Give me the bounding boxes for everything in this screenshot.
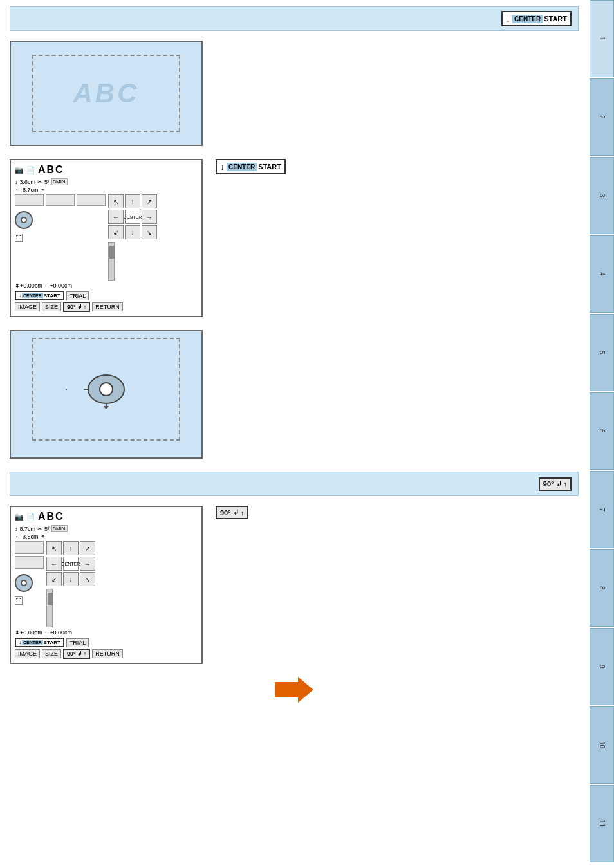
cp-header-1: 📷 📄 ABC: [15, 164, 198, 176]
dir-btn-upleft-1[interactable]: ↖: [108, 194, 124, 208]
rotate-arrow-2: ↲: [77, 651, 82, 657]
center-small-label-1: CENTER: [22, 293, 43, 298]
cp-grid-area-2: ⛶ ↖ ↑ ↗ ← CENTER → ↙ ↓ ↘: [15, 541, 198, 627]
cp-scrollbar-thumb-1: [109, 246, 115, 259]
cp-rect-2b: [15, 556, 44, 569]
cursor-small-1: ↓: [19, 293, 21, 299]
cp-icon-doc2: 📄: [26, 513, 35, 521]
image-btn-2[interactable]: IMAGE: [15, 649, 40, 658]
rotate-btn-1[interactable]: 90° ↲ ↑: [63, 302, 90, 312]
center-start-button[interactable]: ↓ CENTER START: [501, 11, 572, 26]
center-start-small-2[interactable]: ↓ CENTER START: [15, 638, 64, 647]
offset-icon: ⛶: [15, 234, 23, 242]
rotate-note-angle: 90°: [220, 509, 231, 517]
dir-btn-upleft-2[interactable]: ↖: [46, 541, 62, 555]
cursor-small-2: ↓: [19, 640, 21, 645]
dir-btn-upright-1[interactable]: ↗: [142, 194, 157, 208]
section-3: [10, 330, 579, 459]
screen-inner-1: ABC: [32, 55, 180, 132]
start-small-label-1: START: [44, 293, 60, 299]
dir-btn-center-2[interactable]: CENTER: [63, 557, 79, 571]
dir-btn-up-2[interactable]: ↑: [63, 541, 79, 555]
rotate-note-arrow: ↲: [233, 508, 239, 517]
rotate-up-2: ↑: [84, 651, 87, 657]
cp-btn-row-1: ↓ CENTER START TRIAL: [15, 291, 198, 300]
cp-scrollbar-2[interactable]: [46, 589, 53, 627]
rotate-btn-2[interactable]: 90° ↲ ↑: [63, 649, 90, 659]
meas-num-1: 5/: [44, 179, 50, 185]
spool-center-2: [21, 580, 27, 586]
meas-val-2b: 3.6cm: [23, 533, 39, 540]
start-label: START: [544, 15, 567, 23]
dir-btn-down-1[interactable]: ↓: [125, 225, 140, 239]
sidebar-tab-1[interactable]: 1: [590, 0, 614, 77]
meas-icon-h2: ↕: [15, 526, 18, 532]
dir-btn-left-2[interactable]: ←: [46, 557, 62, 571]
spool-area-1: [15, 211, 106, 229]
sidebar-tab-6[interactable]: 6: [590, 392, 614, 470]
return-btn-2[interactable]: RETURN: [92, 649, 123, 658]
meas-val-2a: 8.7cm: [20, 526, 36, 532]
section-2-note: ↓ CENTER START: [216, 159, 286, 181]
cp-rect-1b: [46, 194, 75, 206]
cp-bottom-row-1: ⬍+0.00cm ↔+0.00cm: [15, 282, 198, 289]
trial-btn-1[interactable]: TRIAL: [66, 291, 89, 300]
dir-grid-2[interactable]: ↖ ↑ ↗ ← CENTER → ↙ ↓ ↘: [46, 541, 95, 586]
dir-btn-downleft-2[interactable]: ↙: [46, 572, 62, 586]
dir-grid-1[interactable]: ↖ ↑ ↗ ← CENTER → ↙ ↓ ↘: [108, 194, 157, 239]
sidebar-tab-3[interactable]: 3: [590, 157, 614, 234]
scissors-icon-2: ✂: [37, 526, 42, 532]
offset-icon-row: ⛶: [15, 234, 106, 242]
return-btn-1[interactable]: RETURN: [92, 302, 123, 311]
dir-grid-container-1: ↖ ↑ ↗ ← CENTER → ↙ ↓ ↘: [108, 194, 157, 281]
top-bar: ↓ CENTER START: [10, 6, 579, 31]
rotate-start-button[interactable]: 90° ↲ ↑: [539, 477, 572, 491]
cp-icon-q2: 📷: [15, 513, 24, 521]
dir-grid-container-2: ↖ ↑ ↗ ← CENTER → ↙ ↓ ↘: [46, 541, 95, 627]
spool-area-2: [15, 574, 44, 592]
cp-scrollbar-1[interactable]: [108, 242, 115, 281]
sidebar-tab-9[interactable]: 9: [590, 628, 614, 705]
meas-row-1b: ↔ 8.7cm ⚭: [15, 187, 198, 193]
sidebar-tab-2[interactable]: 2: [590, 78, 614, 156]
dir-btn-right-1[interactable]: →: [142, 210, 157, 224]
center-label: CENTER: [512, 15, 543, 23]
center-small-label-2: CENTER: [22, 640, 43, 645]
meas-val-1b: 8.7cm: [23, 187, 39, 193]
image-btn-1[interactable]: IMAGE: [15, 302, 40, 311]
cp-footer-2: IMAGE SIZE 90° ↲ ↑ RETURN: [15, 649, 198, 659]
cp-scrollbar-thumb-2: [48, 593, 53, 605]
rotate-up-icon: ↑: [564, 480, 568, 488]
sidebar-tab-10[interactable]: 10: [590, 706, 614, 784]
dir-btn-left-1[interactable]: ←: [108, 210, 124, 224]
dir-btn-downright-1[interactable]: ↘: [142, 225, 157, 239]
center-start-small-1[interactable]: ↓ CENTER START: [15, 291, 64, 300]
cp-icon-doc: 📄: [26, 166, 35, 174]
center-start-note-btn[interactable]: ↓ CENTER START: [216, 159, 286, 174]
dir-btn-upright-2[interactable]: ↗: [80, 541, 95, 555]
cp-grid-area-1: ⛶ ↖ ↑ ↗ ← CENTER → ↙ ↓ ↘: [15, 194, 198, 281]
size-btn-1[interactable]: SIZE: [42, 302, 61, 311]
meas-icon-v: ↔: [15, 187, 21, 193]
spool-center-1: [21, 217, 27, 223]
sidebar-tab-11[interactable]: 11: [590, 785, 614, 862]
cp-left-col-2: ⛶: [15, 541, 44, 627]
dir-btn-center-1[interactable]: CENTER: [125, 210, 140, 224]
dir-btn-downright-2[interactable]: ↘: [80, 572, 95, 586]
rotate-note-btn[interactable]: 90° ↲ ↑: [216, 506, 248, 519]
min-badge-2: 5MIN: [51, 525, 68, 532]
cp-icon-q: 📷: [15, 166, 24, 174]
sidebar-tab-8[interactable]: 8: [590, 549, 614, 627]
dir-btn-right-2[interactable]: →: [80, 557, 95, 571]
sidebar-tab-7[interactable]: 7: [590, 471, 614, 548]
size-btn-2[interactable]: SIZE: [42, 649, 61, 658]
next-arrow: [275, 677, 313, 703]
dir-btn-up-1[interactable]: ↑: [125, 194, 140, 208]
sidebar-tab-5[interactable]: 5: [590, 314, 614, 391]
dir-btn-down-2[interactable]: ↓: [63, 572, 79, 586]
sidebar-tab-4[interactable]: 4: [590, 235, 614, 313]
cp-abc-2: ABC: [38, 511, 64, 522]
trial-btn-2[interactable]: TRIAL: [66, 638, 89, 647]
dir-btn-downleft-1[interactable]: ↙: [108, 225, 124, 239]
spool-screen: [10, 330, 203, 459]
